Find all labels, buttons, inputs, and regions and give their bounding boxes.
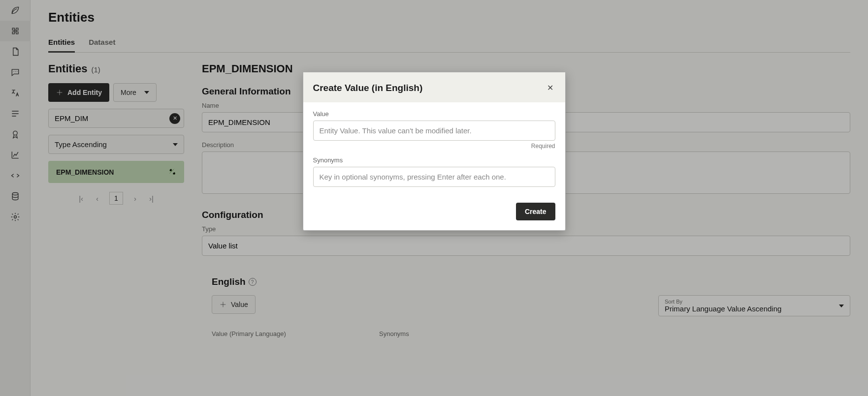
required-hint: Required	[313, 143, 555, 150]
value-field-label: Value	[313, 110, 555, 118]
synonyms-field-label: Synonyms	[313, 156, 555, 164]
close-icon[interactable]: ✕	[545, 81, 555, 94]
modal-overlay: Create Value (in English) ✕ Value Requir…	[0, 0, 868, 396]
value-input[interactable]	[313, 121, 555, 141]
create-value-modal: Create Value (in English) ✕ Value Requir…	[303, 72, 566, 231]
synonyms-input[interactable]	[313, 167, 555, 187]
modal-title: Create Value (in English)	[313, 83, 423, 93]
create-button[interactable]: Create	[516, 203, 555, 220]
create-button-label: Create	[525, 208, 547, 215]
